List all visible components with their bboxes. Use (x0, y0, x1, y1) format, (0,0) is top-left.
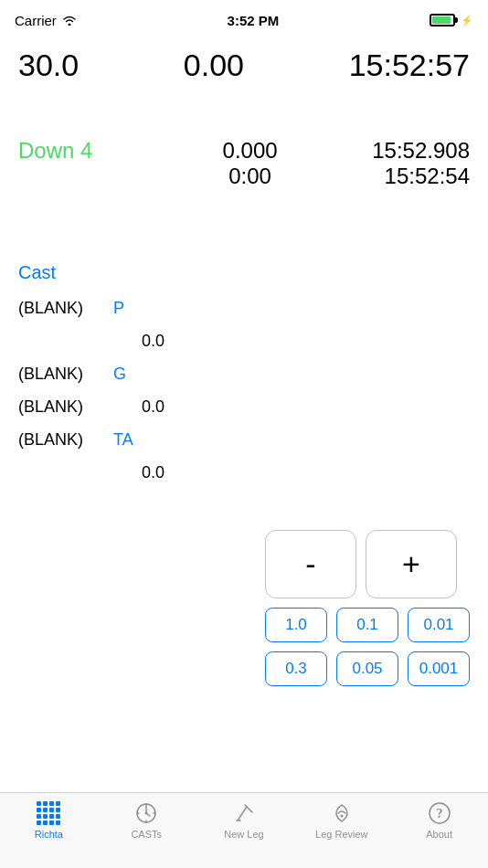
preset-1-0[interactable]: 1.0 (265, 608, 327, 642)
cast-rows: (BLANK) P 0.0 (BLANK) G (BLANK) 0.0 (BLA… (18, 292, 470, 488)
cast-name-1: (BLANK) (18, 299, 110, 318)
tab-leg-review-label: Leg Review (315, 829, 367, 840)
cast-col-ta: TA (113, 430, 133, 450)
tab-new-leg[interactable]: New Leg (196, 800, 293, 840)
cast-name-3: (BLANK) (18, 365, 110, 384)
list-item: 0.0 (18, 325, 470, 356)
display-value2: 0.00 (184, 48, 244, 83)
cast-value-2: 0.0 (110, 397, 164, 417)
richta-icon (36, 800, 61, 826)
cast-name-5: (BLANK) (18, 430, 110, 450)
tab-richta[interactable]: Richta (0, 800, 98, 840)
svg-text:?: ? (436, 807, 442, 820)
casts-icon (133, 800, 159, 826)
about-icon: ? (427, 800, 452, 826)
status-time: 3:52 PM (228, 13, 280, 28)
cast-header: Cast (18, 262, 470, 283)
down-values: 0.000 0:00 (128, 138, 372, 189)
tab-casts[interactable]: CASTs (98, 800, 196, 840)
cast-value-3: 0.0 (110, 463, 164, 482)
down-section: Down 4 0.000 0:00 15:52.908 15:52:54 (0, 83, 488, 189)
status-left: Carrier (15, 13, 77, 28)
down-right-top: 15:52.908 (372, 138, 470, 164)
svg-point-2 (340, 815, 343, 818)
plus-button[interactable]: + (366, 530, 457, 598)
preset-row-1: 1.0 0.1 0.01 (265, 608, 470, 642)
preset-0-1[interactable]: 0.1 (336, 608, 398, 642)
display-value3: 15:52:57 (349, 48, 470, 83)
charging-bolt: ⚡ (461, 15, 473, 26)
cast-section: Cast (BLANK) P 0.0 (BLANK) G (BLANK) 0.0… (0, 244, 488, 488)
tab-about[interactable]: ? About (390, 800, 488, 840)
minus-button[interactable]: - (265, 530, 356, 598)
cast-name-4: (BLANK) (18, 397, 110, 417)
carrier-label: Carrier (15, 13, 57, 28)
preset-0-001[interactable]: 0.001 (408, 651, 470, 686)
list-item: (BLANK) 0.0 (18, 391, 470, 422)
cast-value-1: 0.0 (110, 332, 164, 351)
top-display: 30.0 0.00 15:52:57 (0, 40, 488, 83)
tab-about-label: About (426, 829, 452, 840)
display-value1: 30.0 (18, 48, 79, 83)
tab-casts-label: CASTs (131, 829, 162, 840)
down-label: Down 4 (18, 138, 128, 164)
cast-col-p: P (113, 299, 124, 318)
cast-col-g: G (113, 365, 126, 384)
list-item: (BLANK) P (18, 292, 470, 323)
down-mid-bottom: 0:00 (228, 164, 271, 189)
tab-richta-label: Richta (35, 829, 63, 840)
controls-area: - + 1.0 0.1 0.01 0.3 0.05 0.001 (265, 530, 470, 686)
wifi-icon (62, 15, 77, 26)
down-right-bottom: 15:52:54 (385, 164, 470, 189)
big-buttons-row: - + (265, 530, 470, 598)
tab-bar: Richta CASTs New Leg (0, 792, 488, 868)
new-leg-icon (231, 800, 257, 826)
svg-point-1 (145, 812, 148, 815)
leg-review-icon (329, 800, 355, 826)
preset-row-2: 0.3 0.05 0.001 (265, 651, 470, 686)
preset-0-05[interactable]: 0.05 (336, 651, 398, 686)
list-item: (BLANK) G (18, 358, 470, 389)
down-mid-top: 0.000 (223, 138, 278, 164)
down-right: 15:52.908 15:52:54 (372, 138, 470, 189)
status-right: ⚡ (430, 14, 473, 26)
status-bar: Carrier 3:52 PM ⚡ (0, 0, 488, 40)
preset-0-01[interactable]: 0.01 (408, 608, 470, 642)
tab-leg-review[interactable]: Leg Review (292, 800, 390, 840)
list-item: 0.0 (18, 457, 470, 488)
preset-0-3[interactable]: 0.3 (265, 651, 327, 686)
battery-icon (430, 14, 455, 26)
list-item: (BLANK) TA (18, 424, 470, 455)
tab-new-leg-label: New Leg (224, 829, 263, 840)
